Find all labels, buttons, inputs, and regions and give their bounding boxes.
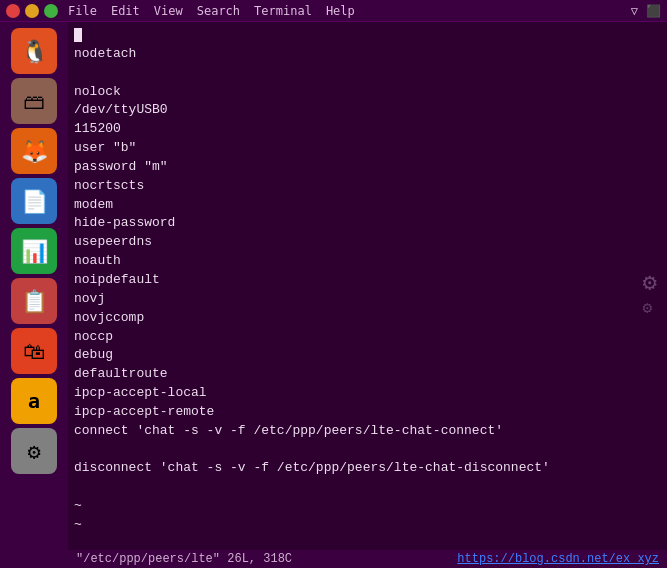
signal-icon: ▽	[631, 4, 638, 18]
gear-decoration: ⚙ ⚙	[643, 268, 657, 317]
status-bar: "/etc/ppp/peers/lte" 26L, 318C https://b…	[68, 550, 667, 568]
terminal-area[interactable]: nodetach nolock /dev/ttyUSB0 115200 user…	[68, 22, 667, 568]
store-icon[interactable]: 🛍	[11, 328, 57, 374]
minimize-button[interactable]	[25, 4, 39, 18]
battery-icon: ⬛	[646, 4, 661, 18]
files-icon[interactable]: 🗃	[11, 78, 57, 124]
terminal-window: 🐧 🗃 🦊 📄 📊 📋 🛍 a ⚙ nodetach nolock /dev/t…	[0, 22, 667, 568]
window-controls[interactable]	[6, 4, 58, 18]
menu-help[interactable]: Help	[326, 4, 355, 18]
ubuntu-icon[interactable]: 🐧	[11, 28, 57, 74]
status-link[interactable]: https://blog.csdn.net/ex_xyz	[457, 552, 659, 566]
amazon-icon[interactable]: a	[11, 378, 57, 424]
menu-terminal[interactable]: Terminal	[254, 4, 312, 18]
menu-edit[interactable]: Edit	[111, 4, 140, 18]
maximize-button[interactable]	[44, 4, 58, 18]
menu-view[interactable]: View	[154, 4, 183, 18]
close-button[interactable]	[6, 4, 20, 18]
terminal-output: nodetach nolock /dev/ttyUSB0 115200 user…	[74, 26, 661, 535]
title-icons: ▽ ⬛	[631, 4, 661, 18]
writer-icon[interactable]: 📄	[11, 178, 57, 224]
title-bar: File Edit View Search Terminal Help ▽ ⬛	[0, 0, 667, 22]
firefox-icon[interactable]: 🦊	[11, 128, 57, 174]
status-file-info: "/etc/ppp/peers/lte" 26L, 318C	[76, 552, 292, 566]
menu-bar: File Edit View Search Terminal Help	[68, 4, 355, 18]
docs-icon[interactable]: 📋	[11, 278, 57, 324]
sidebar: 🐧 🗃 🦊 📄 📊 📋 🛍 a ⚙	[0, 22, 68, 568]
menu-file[interactable]: File	[68, 4, 97, 18]
menu-search[interactable]: Search	[197, 4, 240, 18]
config-icon[interactable]: ⚙	[11, 428, 57, 474]
calc-icon[interactable]: 📊	[11, 228, 57, 274]
